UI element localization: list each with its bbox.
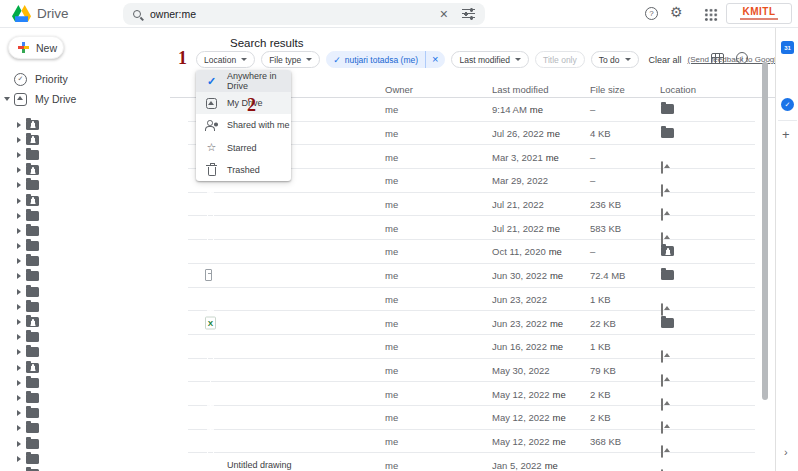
search-input[interactable]: owner:me	[150, 8, 440, 20]
sidebar-item-my-drive[interactable]: My Drive	[0, 90, 170, 108]
tree-expand-arrow-icon[interactable]	[17, 410, 21, 416]
sidebar-folder-item[interactable]	[0, 163, 170, 178]
menu-item-anywhere-in-drive[interactable]: ✓Anywhere in Drive	[196, 70, 291, 92]
tree-expand-arrow-icon[interactable]	[17, 304, 21, 310]
get-addons-icon[interactable]: +	[782, 127, 790, 142]
tree-expand-arrow-icon[interactable]	[17, 167, 21, 173]
sidebar-folder-item[interactable]	[0, 254, 170, 269]
tree-expand-arrow-icon[interactable]	[17, 349, 21, 355]
tree-expand-arrow-icon[interactable]	[17, 441, 21, 447]
tree-expand-arrow-icon[interactable]	[17, 289, 21, 295]
file-owner: me	[385, 341, 398, 352]
tree-expand-arrow-icon[interactable]	[17, 273, 21, 279]
sidebar-folder-item[interactable]	[0, 193, 170, 208]
tree-expand-arrow-icon[interactable]	[17, 122, 21, 128]
clear-all-button[interactable]: Clear all	[649, 55, 682, 65]
scrollbar[interactable]	[762, 62, 768, 400]
table-row[interactable]: meMay 30, 202279 KB	[188, 359, 755, 383]
plus-icon	[18, 42, 29, 53]
grid-view-icon[interactable]	[711, 53, 724, 64]
sidebar-folder-item[interactable]	[0, 390, 170, 405]
sidebar-folder-item[interactable]	[0, 132, 170, 147]
tree-expand-arrow-icon[interactable]	[17, 198, 21, 204]
calendar-icon[interactable]: 31	[781, 41, 794, 54]
tree-expand-arrow-icon[interactable]	[17, 334, 21, 340]
drive-logo[interactable]: Drive	[12, 5, 69, 22]
table-row[interactable]: Untitled drawingmeJan 5, 2022me	[188, 453, 755, 471]
menu-item-starred[interactable]: ☆Starred	[196, 137, 291, 159]
sidebar-folder-item[interactable]	[0, 269, 170, 284]
expand-arrow-icon[interactable]	[4, 97, 10, 101]
filter-chip-last-modified[interactable]: Last modified	[451, 51, 529, 68]
tree-expand-arrow-icon[interactable]	[17, 213, 21, 219]
tree-expand-arrow-icon[interactable]	[17, 456, 21, 462]
filter-chip-to-do[interactable]: To do	[591, 51, 639, 68]
column-location[interactable]: Location	[660, 84, 696, 95]
tree-expand-arrow-icon[interactable]	[17, 152, 21, 158]
sidebar-item-priority[interactable]: ✓ Priority	[0, 70, 170, 88]
sidebar-folder-item[interactable]	[0, 117, 170, 132]
table-row[interactable]: meJun 23, 2022me22 KB	[188, 311, 755, 335]
menu-item-trashed[interactable]: Trashed	[196, 159, 291, 181]
tree-expand-arrow-icon[interactable]	[17, 182, 21, 188]
filter-chip-file-type[interactable]: File type	[261, 51, 320, 68]
clear-search-icon[interactable]: ×	[440, 7, 448, 21]
filter-chip-title-only[interactable]: Title only	[535, 51, 585, 68]
tree-expand-arrow-icon[interactable]	[17, 395, 21, 401]
file-type-file-icon	[205, 269, 212, 281]
table-row[interactable]: meMay 12, 2022me368 KB	[188, 430, 755, 454]
sidebar-folder-item[interactable]	[0, 147, 170, 162]
sidebar-folder-item[interactable]	[0, 299, 170, 314]
sidebar-folder-item[interactable]	[0, 421, 170, 436]
settings-gear-icon[interactable]: ⚙	[670, 5, 683, 19]
tasks-icon[interactable]: ✓	[781, 98, 794, 111]
google-apps-grid-icon[interactable]	[704, 8, 718, 21]
menu-item-my-drive[interactable]: My Drive	[196, 92, 291, 114]
menu-item-shared-with-me[interactable]: Shared with me	[196, 114, 291, 136]
table-row[interactable]: meMay 12, 2022me2 KB	[188, 382, 755, 406]
search-options-icon[interactable]	[462, 8, 475, 20]
tree-expand-arrow-icon[interactable]	[17, 425, 21, 431]
table-row[interactable]: meOct 11, 2020me–	[188, 240, 755, 264]
tree-expand-arrow-icon[interactable]	[17, 228, 21, 234]
tree-expand-arrow-icon[interactable]	[17, 258, 21, 264]
tree-expand-arrow-icon[interactable]	[17, 365, 21, 371]
sidebar-folder-item[interactable]	[0, 284, 170, 299]
sidebar-folder-item[interactable]	[0, 436, 170, 451]
sidebar-folder-item[interactable]	[0, 314, 170, 329]
filter-chip-nutjari-totadsa-me[interactable]: ✓nutjari totadsa (me)×	[326, 51, 445, 68]
table-row[interactable]: meJun 30, 2022me72.4 MB	[188, 264, 755, 288]
tree-expand-arrow-icon[interactable]	[17, 319, 21, 325]
sidebar-folder-item[interactable]	[0, 178, 170, 193]
column-last-modified[interactable]: Last modified	[492, 84, 549, 95]
search-bar[interactable]: owner:me ×	[123, 3, 485, 25]
search-icon[interactable]	[133, 10, 141, 18]
tree-expand-arrow-icon[interactable]	[17, 243, 21, 249]
filter-chip-location[interactable]: Location	[196, 51, 255, 68]
help-icon[interactable]: ?	[645, 7, 658, 20]
remove-filter-icon[interactable]: ×	[432, 54, 438, 65]
sidebar-folder-item[interactable]	[0, 223, 170, 238]
new-button[interactable]: New	[8, 36, 64, 59]
sidebar-folder-item[interactable]	[0, 406, 170, 421]
details-info-icon[interactable]: i	[736, 52, 748, 64]
sidebar-folder-item[interactable]	[0, 239, 170, 254]
sidebar-folder-item[interactable]	[0, 360, 170, 375]
sidebar-folder-item[interactable]	[0, 466, 170, 471]
sidebar-folder-item[interactable]	[0, 208, 170, 223]
table-row[interactable]: meJul 21, 2022me583 KB	[188, 216, 755, 240]
shared-folder-icon	[26, 196, 39, 206]
table-row[interactable]: meJun 23, 20221 KB	[188, 288, 755, 312]
hide-panel-chevron-icon[interactable]: ›	[784, 446, 788, 458]
sidebar-folder-item[interactable]	[0, 375, 170, 390]
sidebar-folder-item[interactable]	[0, 330, 170, 345]
tree-expand-arrow-icon[interactable]	[17, 380, 21, 386]
table-row[interactable]: meJul 21, 2022236 KB	[188, 193, 755, 217]
sidebar-folder-item[interactable]	[0, 451, 170, 466]
table-row[interactable]: meMay 12, 2022me2 KB	[188, 406, 755, 430]
column-file-size[interactable]: File size	[590, 84, 625, 95]
tree-expand-arrow-icon[interactable]	[17, 137, 21, 143]
table-row[interactable]: meJun 16, 2022me1 KB	[188, 335, 755, 359]
column-owner[interactable]: Owner	[385, 84, 413, 95]
sidebar-folder-item[interactable]	[0, 345, 170, 360]
